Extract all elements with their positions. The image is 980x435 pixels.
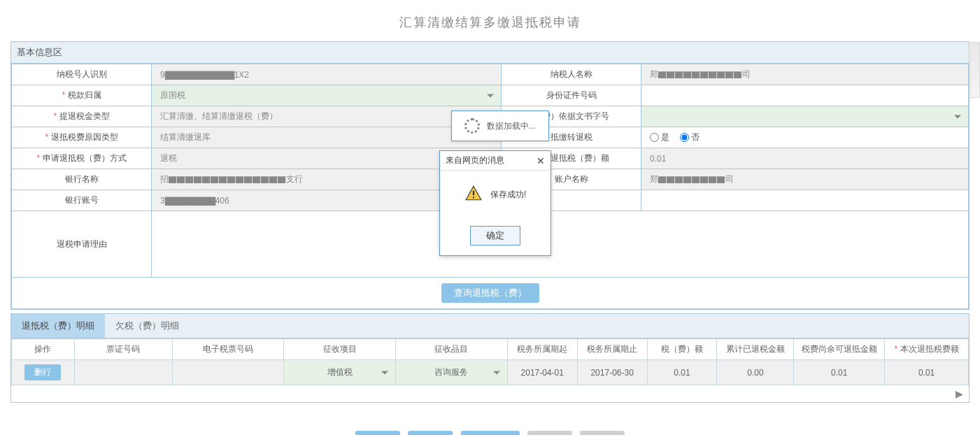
radio-yes[interactable]: 是: [650, 132, 669, 142]
table-row: 删行 增值税 咨询服务 2017-04-01 2017-06-30 0.01 0…: [12, 360, 969, 385]
cell-levy-item[interactable]: 增值税: [284, 360, 396, 385]
cell-tax-amount: 0.01: [647, 360, 717, 385]
reset-button[interactable]: 重置: [408, 431, 453, 435]
value-idcard[interactable]: [641, 85, 969, 106]
value-refund-amount: 0.01: [641, 148, 969, 169]
detail-table: 操作 票证号码 电子税票号码 征收项目 征收品目 税务所属期起 税务所属期止 税…: [11, 338, 969, 385]
cell-levy-product-val: 咨询服务: [434, 367, 468, 377]
chevron-down-icon: [493, 371, 500, 374]
modal-title: 来自网页的消息: [446, 155, 504, 166]
svg-rect-0: [473, 191, 474, 196]
label-taxpayer-name: 纳税人名称: [502, 64, 641, 85]
col-remaining: 税费尚余可退抵金额: [794, 339, 885, 360]
cell-period-end: 2017-06-30: [577, 360, 647, 385]
chevron-down-icon: [381, 371, 388, 374]
label-refund-reason: 退税申请理由: [12, 211, 152, 278]
col-eticket: 电子税票号码: [172, 339, 284, 360]
submit-button: 提交: [527, 431, 572, 435]
page-title: 汇算清缴结算多缴退抵税申请: [0, 0, 980, 41]
label-refund-reason-type: 退抵税费原因类型: [45, 132, 118, 142]
modal-message: 保存成功!: [490, 190, 526, 199]
loading-popup: 数据加载中...: [451, 110, 549, 141]
col-op: 操作: [12, 339, 75, 360]
col-this-refund: 本次退抵税费额: [895, 344, 959, 354]
collect-button[interactable]: 资料采集: [461, 431, 520, 435]
cell-levy-item-val: 增值税: [327, 367, 353, 377]
modal-footer: 确定: [440, 219, 551, 255]
label-bank-name: 银行名称: [12, 169, 152, 190]
col-tax-amount: 税（费）额: [647, 339, 717, 360]
value-empty: [641, 190, 969, 211]
label-refund-type: 提退税金类型: [53, 111, 109, 121]
close-icon[interactable]: ✕: [537, 155, 545, 166]
cell-period-start: 2017-04-01: [507, 360, 577, 385]
query-row: 查询退抵税（费）: [12, 278, 969, 309]
col-levy-product: 征收品目: [396, 339, 508, 360]
label-taxpayer-id: 纳税号人识别: [12, 64, 152, 85]
radio-no-label: 否: [691, 132, 700, 142]
tab-refund-detail[interactable]: 退抵税（费）明细: [11, 314, 105, 338]
horizontal-scroll-more-icon[interactable]: ▶: [11, 385, 969, 402]
tab-owed-detail[interactable]: 欠税（费）明细: [105, 314, 190, 338]
dropdown-doc-no[interactable]: [641, 106, 969, 127]
cell-eticket: [172, 360, 284, 385]
spinner-icon: [464, 118, 480, 134]
dropdown-tax-belong[interactable]: 原国税: [152, 85, 502, 106]
chevron-down-icon: [954, 115, 961, 118]
value-taxpayer-name: 郑▇▇▇▇▇▇▇▇▇▇司: [641, 64, 969, 85]
col-ticket: 票证号码: [74, 339, 172, 360]
cell-remaining: 0.01: [794, 360, 885, 385]
radio-yes-label: 是: [661, 132, 669, 142]
col-levy-item: 征收项目: [284, 339, 396, 360]
loading-text: 数据加载中...: [487, 120, 536, 132]
chevron-down-icon: [487, 94, 494, 97]
save-button[interactable]: 保存: [355, 431, 400, 435]
cell-ticket: [74, 360, 172, 385]
value-refund-reason-type: 结算清缴退库: [152, 127, 502, 148]
cell-refunded: 0.00: [717, 360, 794, 385]
label-bank-account: 银行账号: [12, 190, 152, 211]
label-tax-belong: 税款归属: [62, 90, 101, 100]
modal-ok-button[interactable]: 确定: [470, 226, 520, 245]
cell-this-refund[interactable]: 0.01: [885, 360, 969, 385]
modal-header: 来自网页的消息 ✕: [440, 151, 551, 171]
modal-body: 保存成功!: [440, 171, 551, 219]
detail-wrap: 操作 票证号码 电子税票号码 征收项目 征收品目 税务所属期起 税务所属期止 税…: [10, 338, 970, 403]
value-taxpayer-id: 9▇▇▇▇▇▇▇▇▇▇▇1X2: [152, 64, 502, 85]
label-idcard: 身份证件号码: [502, 85, 641, 106]
cell-levy-product[interactable]: 咨询服务: [396, 360, 508, 385]
section-header: 基本信息区: [11, 42, 969, 64]
value-tax-belong: 原国税: [160, 90, 185, 100]
textarea-refund-reason[interactable]: [152, 211, 969, 278]
tabs: 退抵税（费）明细 欠税（费）明细: [10, 313, 970, 338]
svg-rect-1: [473, 197, 474, 198]
radio-credit-to-refund: 是 否: [641, 127, 969, 148]
alert-modal: 来自网页的消息 ✕ 保存成功! 确定: [439, 150, 551, 256]
print-button: 打印: [580, 431, 625, 435]
col-period-end: 税务所属期止: [577, 339, 647, 360]
col-refunded: 累计已退税金额: [717, 339, 794, 360]
table-header-row: 操作 票证号码 电子税票号码 征收项目 征收品目 税务所属期起 税务所属期止 税…: [12, 339, 969, 360]
value-account-name: 郑▇▇▇▇▇▇▇▇司: [641, 169, 969, 190]
col-period-start: 税务所属期起: [507, 339, 577, 360]
value-refund-type: 汇算清缴、结算清缴退税（费）: [152, 106, 502, 127]
vertical-scrollbar[interactable]: [970, 42, 980, 98]
warning-icon: [464, 185, 483, 205]
bottom-actions: 保存 重置 资料采集 提交 打印: [0, 403, 980, 435]
label-refund-method: 申请退抵税（费）方式: [36, 153, 126, 163]
delete-row-button[interactable]: 删行: [24, 364, 61, 380]
radio-no[interactable]: 否: [680, 132, 700, 142]
query-button[interactable]: 查询退抵税（费）: [441, 283, 539, 303]
